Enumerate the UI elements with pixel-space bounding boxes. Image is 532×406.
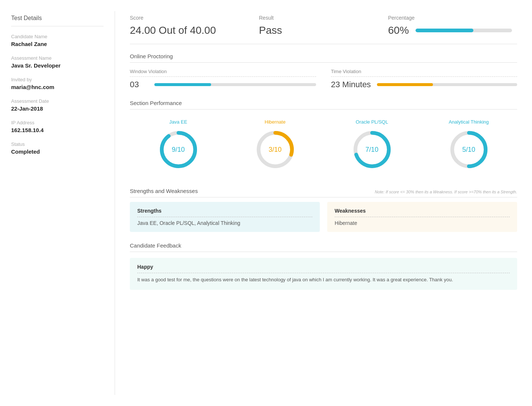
feedback-section: Candidate Feedback Happy It was a good t…	[130, 242, 517, 290]
donut-text: 9/10	[172, 146, 185, 154]
proctoring-bar-bg	[154, 83, 316, 86]
proctoring-heading: Online Proctoring	[130, 53, 517, 63]
donut-container: 9/10	[158, 129, 199, 170]
feedback-card-title: Happy	[137, 264, 510, 273]
proctoring-bar-bg	[377, 83, 517, 86]
proctoring-value: 23 Minutes	[331, 80, 371, 89]
donut-item: Oracle PL/SQL 7/10	[352, 119, 393, 170]
sw-cards: Strengths Java EE, Oracle PL/SQL, Analyt…	[130, 202, 517, 232]
score-label: Score	[130, 15, 259, 21]
proctoring-section: Online Proctoring Window Violation 03 Ti…	[130, 53, 517, 89]
sidebar-field-label: Status	[11, 141, 104, 147]
performance-section: Section Performance Java EE 9/10 Hiberna…	[130, 100, 517, 177]
main-content: Score 24.00 Out of 40.00 Result Pass Per…	[115, 11, 532, 395]
strengths-value: Java EE, Oracle PL/SQL, Analytical Think…	[137, 220, 312, 226]
sidebar-field-value: 162.158.10.4	[11, 127, 104, 133]
sidebar-field-value: maria@hnc.com	[11, 84, 104, 90]
proctoring-item-label: Time Violation	[331, 69, 517, 77]
proctoring-item-content: 03	[130, 80, 316, 89]
score-value: 24.00 Out of 40.00	[130, 24, 259, 36]
donut-container: 3/10	[255, 129, 296, 170]
strengths-card: Strengths Java EE, Oracle PL/SQL, Analyt…	[130, 202, 320, 232]
sidebar-field-value: Rachael Zane	[11, 41, 104, 47]
sidebar-field-value: 22-Jan-2018	[11, 105, 104, 112]
proctoring-item-content: 23 Minutes	[331, 80, 517, 89]
donut-item: Hibernate 3/10	[255, 119, 296, 170]
donut-text: 3/10	[269, 146, 282, 154]
sidebar-field-label: Assessment Name	[11, 55, 104, 61]
percentage-row: 60%	[388, 24, 517, 36]
sidebar-field: Status Completed	[11, 141, 104, 155]
sw-heading: Strengths and Weaknesses	[130, 188, 198, 194]
weaknesses-title: Weaknesses	[335, 208, 510, 217]
proctoring-bar-fill	[154, 83, 211, 86]
donut-text: 7/10	[365, 146, 378, 154]
donut-text: 5/10	[462, 146, 475, 154]
sidebar-field-label: Assessment Date	[11, 98, 104, 104]
donut-label: Analytical Thinking	[449, 119, 489, 125]
sidebar-field-value: Completed	[11, 148, 104, 155]
donut-item: Java EE 9/10	[158, 119, 199, 170]
donut-row: Java EE 9/10 Hibernate 3/10 Oracle PL/SQ…	[130, 115, 517, 177]
sidebar-field-label: Invited by	[11, 77, 104, 82]
percentage-value: 60%	[388, 24, 410, 36]
proctoring-item: Time Violation 23 Minutes	[331, 69, 517, 89]
sw-section: Strengths and Weaknesses Note: If score …	[130, 188, 517, 232]
sw-note: Note: If score <= 30% then its a Weaknes…	[375, 190, 517, 194]
percentage-bar-bg	[416, 29, 512, 32]
sidebar-field-label: Candidate Name	[11, 34, 104, 39]
proctoring-item: Window Violation 03	[130, 69, 316, 89]
donut-item: Analytical Thinking 5/10	[449, 119, 489, 170]
donut-container: 5/10	[449, 129, 489, 170]
sidebar-field: Candidate Name Rachael Zane	[11, 34, 104, 47]
sidebar-field: Assessment Date 22-Jan-2018	[11, 98, 104, 112]
sidebar: Test Details Candidate Name Rachael Zane…	[0, 11, 115, 395]
percentage-bar-fill	[416, 29, 473, 32]
sidebar-field: Invited by maria@hnc.com	[11, 77, 104, 90]
feedback-card-text: It was a good test for me, the questions…	[137, 276, 510, 284]
donut-label: Hibernate	[265, 119, 285, 125]
proctoring-value: 03	[130, 80, 148, 89]
sidebar-field: IP Address 162.158.10.4	[11, 120, 104, 133]
sidebar-field-value: Java Sr. Developer	[11, 62, 104, 69]
weaknesses-value: Hibernate	[335, 220, 510, 226]
sidebar-field-label: IP Address	[11, 120, 104, 125]
percentage-col: Percentage 60%	[388, 15, 517, 36]
strengths-title: Strengths	[137, 208, 312, 217]
performance-heading: Section Performance	[130, 100, 517, 109]
proctoring-item-label: Window Violation	[130, 69, 316, 77]
sidebar-field: Assessment Name Java Sr. Developer	[11, 55, 104, 69]
feedback-heading: Candidate Feedback	[130, 242, 517, 252]
donut-label: Oracle PL/SQL	[356, 119, 388, 125]
feedback-card: Happy It was a good test for me, the que…	[130, 258, 517, 290]
score-row: Score 24.00 Out of 40.00 Result Pass Per…	[130, 15, 517, 44]
proctoring-row: Window Violation 03 Time Violation 23 Mi…	[130, 69, 517, 89]
percentage-label: Percentage	[388, 15, 517, 21]
result-value: Pass	[259, 24, 388, 36]
result-col: Result Pass	[259, 15, 388, 36]
weaknesses-card: Weaknesses Hibernate	[327, 202, 517, 232]
score-col: Score 24.00 Out of 40.00	[130, 15, 259, 36]
sw-header-row: Strengths and Weaknesses Note: If score …	[130, 188, 517, 197]
proctoring-bar-fill	[377, 83, 433, 86]
donut-label: Java EE	[169, 119, 187, 125]
result-label: Result	[259, 15, 388, 21]
sidebar-title: Test Details	[11, 15, 104, 26]
donut-container: 7/10	[352, 129, 393, 170]
